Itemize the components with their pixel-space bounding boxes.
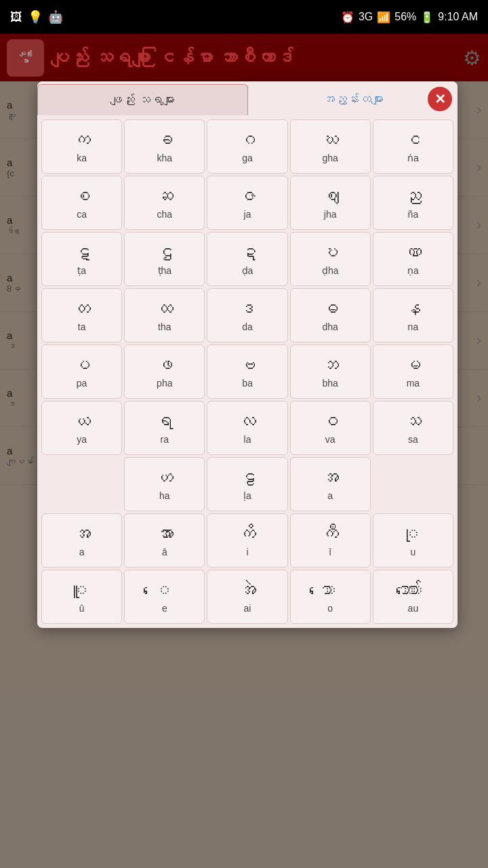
- cell-o[interactable]: ော o: [290, 570, 371, 624]
- status-right: ⏰ 3G 📶 56% 🔋 9:10 AM: [341, 11, 478, 24]
- character-grid: က ka ခ kha ဂ ga ဃ gha င ṅa စ ca: [37, 115, 458, 628]
- cell-nna[interactable]: ဏ ṇa: [373, 232, 453, 286]
- cell-pha[interactable]: ဖ pha: [124, 344, 205, 399]
- cell-aa[interactable]: အာ ā: [124, 513, 205, 568]
- cell-ttha[interactable]: ဌ ṭha: [124, 232, 205, 286]
- cell-i[interactable]: ကိ i: [207, 513, 287, 568]
- modal-tabs: ဖျည်းႏ သရများ အညွန်းတများ ✕: [37, 81, 458, 115]
- cell-ta[interactable]: တ ta: [41, 288, 122, 342]
- status-left: 🖼 💡 🤖: [10, 9, 63, 24]
- cell-bha[interactable]: ဘ bha: [290, 344, 371, 399]
- battery-icon: 🔋: [420, 11, 434, 24]
- battery-label: 56%: [394, 11, 416, 23]
- cell-pa[interactable]: ပ pa: [41, 344, 122, 399]
- cell-empty2: [373, 457, 453, 511]
- tab-vowels[interactable]: အညွန်းတများ: [248, 84, 458, 115]
- cell-da[interactable]: ဒ da: [207, 288, 287, 342]
- cell-ai[interactable]: အဲ ai: [207, 570, 287, 624]
- status-bar: 🖼 💡 🤖 ⏰ 3G 📶 56% 🔋 9:10 AM: [0, 0, 488, 34]
- cell-cha[interactable]: ဆ cha: [124, 176, 205, 230]
- cell-la[interactable]: လ la: [207, 401, 287, 455]
- bulb-icon: 💡: [28, 9, 43, 24]
- cell-lla[interactable]: ဠ ḷa: [207, 457, 287, 511]
- cell-a2[interactable]: အ a: [41, 513, 122, 568]
- close-button[interactable]: ✕: [428, 87, 452, 111]
- cell-ba[interactable]: ဗ ba: [207, 344, 287, 399]
- cell-a[interactable]: အ a: [290, 457, 371, 511]
- cell-uu[interactable]: ူ ū: [41, 570, 122, 624]
- cell-na[interactable]: န na: [373, 288, 453, 342]
- cell-gha[interactable]: ဃ gha: [290, 119, 371, 174]
- tab-consonants[interactable]: ဖျည်းႏ သရများ: [37, 84, 248, 115]
- cell-empty1: [41, 457, 122, 511]
- cell-e[interactable]: ေ e: [124, 570, 205, 624]
- app-background: ပျည်းဘာ ပျည်း သရများ ငြန်မာ ဘာစီကာဒ် ⚙ a…: [0, 34, 488, 868]
- signal-icon: 📶: [377, 11, 390, 24]
- time-label: 9:10 AM: [438, 11, 478, 23]
- network-label: 3G: [359, 11, 373, 23]
- cell-tha[interactable]: ထ tha: [124, 288, 205, 342]
- alarm-icon: ⏰: [341, 11, 354, 24]
- cell-va[interactable]: ဝ va: [290, 401, 371, 455]
- cell-ddha[interactable]: ဎ ḍha: [290, 232, 371, 286]
- character-modal: ဖျည်းႏ သရများ အညွန်းတများ ✕ က ka ခ kha ဂ…: [37, 81, 458, 628]
- cell-ca[interactable]: စ ca: [41, 176, 122, 230]
- cell-au[interactable]: ာော် au: [373, 570, 453, 624]
- cell-sa[interactable]: သ sa: [373, 401, 453, 455]
- cell-ka[interactable]: က ka: [41, 119, 122, 174]
- cell-ya[interactable]: ယ ya: [41, 401, 122, 455]
- cell-nya[interactable]: ည ña: [373, 176, 453, 230]
- cell-ga[interactable]: ဂ ga: [207, 119, 287, 174]
- image-icon: 🖼: [10, 10, 22, 24]
- cell-u[interactable]: ု u: [373, 513, 453, 568]
- cell-ma[interactable]: မ ma: [373, 344, 453, 399]
- cell-dda[interactable]: ဍ ḍa: [207, 232, 287, 286]
- cell-nga[interactable]: င ṅa: [373, 119, 453, 174]
- cell-ii[interactable]: ကီ ī: [290, 513, 371, 568]
- cell-tta[interactable]: ဋ ṭa: [41, 232, 122, 286]
- android-icon: 🤖: [48, 9, 63, 24]
- cell-dha[interactable]: ဓ dha: [290, 288, 371, 342]
- cell-kha[interactable]: ခ kha: [124, 119, 205, 174]
- cell-ra[interactable]: ရ ra: [124, 401, 205, 455]
- cell-ha[interactable]: ဟ ha: [124, 457, 205, 511]
- cell-jha[interactable]: ဈ jha: [290, 176, 371, 230]
- cell-ja[interactable]: ဇ ja: [207, 176, 287, 230]
